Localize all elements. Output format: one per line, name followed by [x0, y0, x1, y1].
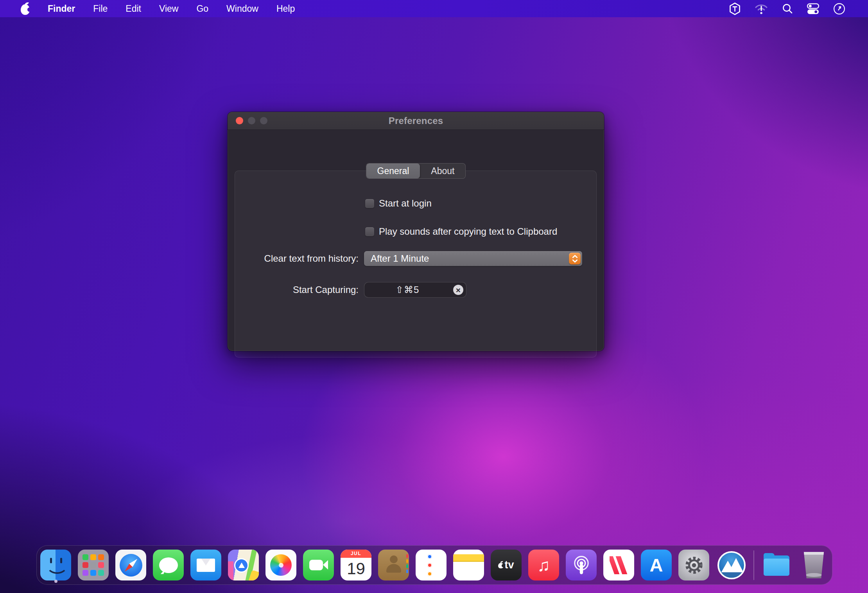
shortcut-value: ⇧⌘5: [396, 284, 419, 295]
menu-file[interactable]: File: [84, 0, 117, 17]
play-sounds-checkbox[interactable]: [365, 227, 374, 236]
dock-item-system-preferences[interactable]: [678, 550, 709, 580]
menu-help[interactable]: Help: [267, 0, 304, 17]
dock-item-apple-tv[interactable]: tv: [491, 550, 522, 580]
clear-shortcut-button[interactable]: ×: [453, 285, 463, 295]
dock-item-podcasts[interactable]: [566, 550, 597, 580]
dock-item-safari[interactable]: [115, 550, 146, 580]
menu-edit[interactable]: Edit: [117, 0, 150, 17]
menu-app-finder[interactable]: Finder: [39, 0, 84, 17]
menu-bar: Finder File Edit View Go Window Help: [0, 0, 868, 17]
dock-item-news[interactable]: [603, 550, 634, 580]
menu-bar-status-area: [722, 0, 868, 17]
dock-item-launchpad[interactable]: [78, 550, 109, 580]
start-at-login-row: Start at login: [365, 198, 432, 209]
dock-item-notes[interactable]: [453, 550, 484, 580]
dock-item-mail[interactable]: [190, 550, 221, 580]
dock-item-reminders[interactable]: [416, 550, 447, 580]
dock-item-mountain-app[interactable]: [716, 550, 747, 580]
window-title: Preferences: [389, 115, 443, 126]
window-content: General About Start at login Play sounds…: [228, 130, 604, 350]
apple-logo-icon: [21, 4, 30, 15]
dock: JUL 19 tv ♫ A: [36, 545, 832, 585]
calendar-day-label: 19: [341, 558, 371, 580]
dock-item-music[interactable]: ♫: [528, 550, 559, 580]
dock-item-facetime[interactable]: [303, 550, 334, 580]
wifi-warning-icon[interactable]: [748, 0, 775, 17]
play-sounds-row: Play sounds after copying text to Clipbo…: [365, 226, 557, 237]
minimize-button[interactable]: [248, 117, 255, 124]
dock-item-trash[interactable]: [798, 550, 829, 580]
dock-item-finder[interactable]: [40, 550, 71, 580]
start-capturing-label: Start Capturing:: [293, 284, 359, 295]
appstore-a-glyph: A: [650, 554, 663, 576]
menu-view[interactable]: View: [150, 0, 187, 17]
tab-bar: General About: [366, 163, 466, 179]
calendar-month-label: JUL: [341, 550, 371, 558]
clear-history-label: Clear text from history:: [264, 253, 359, 264]
menu-bar-left: Finder File Edit View Go Window Help: [0, 0, 304, 17]
dock-item-contacts[interactable]: [378, 550, 409, 580]
dock-item-downloads-folder[interactable]: [761, 550, 792, 580]
traffic-lights: [236, 112, 267, 129]
clear-history-selected-value: After 1 Minute: [364, 253, 429, 264]
apple-logo-small-icon: [498, 563, 504, 568]
control-center-icon[interactable]: [800, 0, 826, 17]
finder-running-indicator: [54, 580, 57, 583]
menu-window[interactable]: Window: [217, 0, 267, 17]
play-sounds-label: Play sounds after copying text to Clipbo…: [379, 226, 557, 237]
tab-about[interactable]: About: [420, 164, 465, 178]
music-note-glyph: ♫: [537, 555, 550, 575]
dock-item-maps[interactable]: [228, 550, 259, 580]
close-button[interactable]: [236, 117, 243, 124]
menu-go[interactable]: Go: [187, 0, 217, 17]
start-at-login-label: Start at login: [379, 198, 432, 209]
hexagon-t-app-icon[interactable]: [722, 0, 748, 17]
dock-item-calendar[interactable]: JUL 19: [341, 550, 371, 580]
window-titlebar[interactable]: Preferences: [228, 112, 604, 130]
spotlight-search-icon[interactable]: [775, 0, 800, 17]
preferences-window: Preferences General About Start at login…: [228, 112, 604, 351]
apple-menu[interactable]: [12, 0, 39, 17]
clear-history-select[interactable]: After 1 Minute: [364, 251, 582, 266]
dock-item-app-store[interactable]: A: [641, 550, 672, 580]
clock-icon[interactable]: [826, 0, 852, 17]
start-at-login-checkbox[interactable]: [365, 199, 374, 208]
dock-item-messages[interactable]: [153, 550, 184, 580]
tab-general[interactable]: General: [366, 164, 420, 178]
zoom-button[interactable]: [260, 117, 267, 124]
start-capturing-shortcut-field[interactable]: ⇧⌘5 ×: [364, 282, 466, 298]
dock-item-photos[interactable]: [265, 550, 296, 580]
popup-chevrons-icon: [569, 253, 581, 264]
appletv-label: tv: [504, 559, 514, 571]
dock-divider: [753, 550, 754, 580]
